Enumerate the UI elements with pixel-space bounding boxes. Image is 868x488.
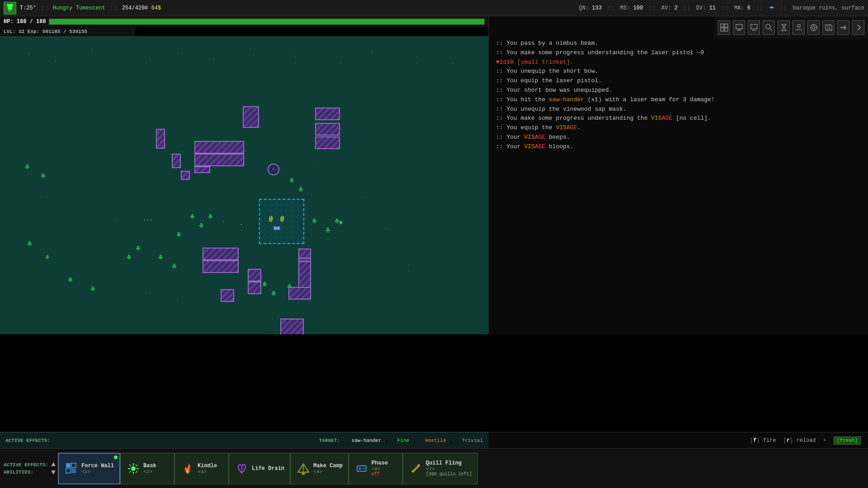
abilities-section: ACTIVE EFFECTS: ABILITIES: — [4, 462, 49, 475]
svg-line-51 — [413, 466, 420, 473]
svg-line-50 — [411, 464, 419, 471]
building-1 — [243, 106, 259, 128]
tree-10: ♣ — [208, 212, 213, 221]
bottom-status-bar: ACTIVE EFFECTS: TARGET: saw-hander, Fine… — [0, 432, 488, 448]
arrow-icon-btn[interactable] — [837, 20, 849, 35]
message-line: :: You unequip the vinewood sap mask. — [496, 105, 861, 114]
hp-bar-fill — [49, 19, 484, 24]
message-log: :: You pass by a nimbus beam.:: You make… — [488, 16, 868, 334]
dot-4: · — [316, 163, 320, 169]
tree-11: ♣ — [176, 230, 181, 239]
ui-icon-1[interactable] — [718, 20, 730, 35]
message-line: :: You equip the VISAGE. — [496, 123, 861, 133]
item-dot-1: ∙∙∙ — [143, 217, 153, 223]
player-icon — [4, 2, 16, 14]
building-mid — [194, 154, 244, 166]
tree-12: ♣ — [27, 239, 32, 248]
tree-9: ♣ — [199, 221, 204, 230]
ability-quill-fling[interactable]: Quill Fling <7> [300 quills left] — [403, 453, 478, 484]
dot-5: · — [362, 194, 365, 201]
tree-22: ♣ — [90, 285, 95, 293]
svg-line-39 — [136, 465, 137, 466]
building-top — [194, 141, 244, 154]
ability-kindle[interactable]: Kindle <3> — [175, 453, 229, 484]
grass-7: ‚ — [249, 45, 252, 52]
ability-bask[interactable]: Bask <2> — [120, 453, 175, 484]
building-lower-6 — [221, 289, 234, 302]
chevron-icon-btn[interactable] — [852, 20, 864, 35]
ui-icon-3[interactable] — [748, 20, 760, 35]
ability-phase[interactable]: Phase <6> off — [349, 453, 403, 484]
svg-rect-9 — [725, 28, 728, 31]
message-line: :: Your short bow was unequipped. — [496, 86, 861, 95]
svg-rect-10 — [736, 24, 742, 29]
tree-6: ♣ — [326, 226, 330, 234]
quill-fling-text: Quill Fling <7> [300 quills left] — [426, 460, 472, 477]
umbrella-icon: ☂ — [769, 2, 774, 14]
top-right-icons — [714, 16, 868, 39]
map-icon-btn[interactable] — [822, 20, 835, 35]
scatter-grass-1: ‚ — [316, 147, 320, 152]
search-icon-btn[interactable] — [763, 20, 775, 35]
hp-bar-container — [49, 19, 485, 25]
svg-point-19 — [812, 26, 815, 29]
svg-line-38 — [129, 465, 131, 466]
tree-2: ♣ — [41, 172, 46, 180]
message-line: ♥1d10 [small trinket]. — [496, 58, 861, 67]
circle-entity: ○ — [268, 164, 279, 175]
tree-17: ♣ — [262, 280, 267, 288]
target-icon-btn[interactable] — [807, 20, 820, 35]
temp-stat: T:25° — [20, 5, 36, 11]
combat-area: @ @ ▣▣ — [259, 199, 304, 244]
force-wall-text: Force Wall <1> — [81, 463, 114, 474]
grass-8: ‚ — [294, 52, 297, 58]
fresh-badge: [fresh] — [834, 436, 861, 445]
hp-label: HP: 188 / 188 — [4, 19, 46, 25]
hourglass-icon-btn[interactable] — [778, 20, 790, 35]
tree-18: ♣ — [271, 289, 276, 297]
grass-1: ‚ — [27, 50, 30, 56]
quill-fling-icon — [409, 461, 423, 476]
person-icon-btn[interactable] — [793, 20, 805, 35]
target-status-hostile: Hostile — [425, 438, 446, 443]
message-line: :: You unequip the short bow. — [496, 67, 861, 76]
svg-point-33 — [131, 466, 136, 471]
svg-rect-13 — [751, 24, 757, 29]
svg-rect-2 — [7, 6, 8, 9]
message-line: :: Your VISAGE beeps. — [496, 133, 861, 142]
tree-16: ♣ — [172, 262, 177, 270]
svg-point-15 — [766, 24, 770, 29]
tree-21: ♣ — [68, 276, 73, 284]
svg-rect-6 — [721, 24, 724, 27]
kindle-icon — [180, 461, 195, 476]
bottom-right-status: [f] fire [r] reload ⚡ [fresh] — [488, 432, 868, 448]
tree-14: ♣ — [136, 244, 141, 252]
life-drain-icon — [235, 461, 249, 476]
target-name: saw-hander — [352, 438, 382, 443]
message-line: :: You pass by a nimbus beam. — [496, 39, 861, 48]
scatter-tree-2: ♣ — [45, 253, 50, 261]
hp-stat: 254/420# 64$ — [122, 5, 161, 11]
reload-command: [r] reload — [783, 437, 816, 444]
ability-make-camp[interactable]: Make Camp <4> — [290, 453, 349, 484]
ability-life-drain[interactable]: Life Drain — [229, 453, 290, 484]
dot-10: ‚ — [145, 289, 148, 296]
svg-rect-0 — [7, 4, 13, 6]
dot-6: · — [384, 226, 387, 232]
grass-4: ‚ — [145, 59, 148, 65]
tree-4: ♣ — [298, 185, 303, 193]
svg-point-18 — [811, 24, 817, 31]
grass-6: ‚ — [212, 54, 216, 61]
location-text: baroque ruins, surface — [793, 5, 864, 11]
building-2 — [315, 108, 340, 120]
tree-3: ♣ — [289, 176, 294, 184]
dot-8: · — [271, 316, 274, 323]
ui-icon-2[interactable] — [733, 20, 745, 35]
scroll-up-btn[interactable]: ▲▼ — [49, 460, 58, 477]
game-area[interactable]: ‚ ‚ ‚ ‚ ‚ ‚ ‚ ‚ ‚ ‚ ‚ ‚ ♣ ♣ ♣ ♣ ♣ ♣ ♣ ♣ … — [0, 36, 488, 334]
ability-force-wall[interactable]: Force Wall <1> — [58, 453, 120, 484]
building-lower-1 — [203, 248, 239, 260]
svg-rect-5 — [10, 9, 12, 12]
bask-icon — [126, 461, 141, 476]
lvl-text: LVL: 32 Exp: 501185 / 539155 — [4, 29, 87, 34]
